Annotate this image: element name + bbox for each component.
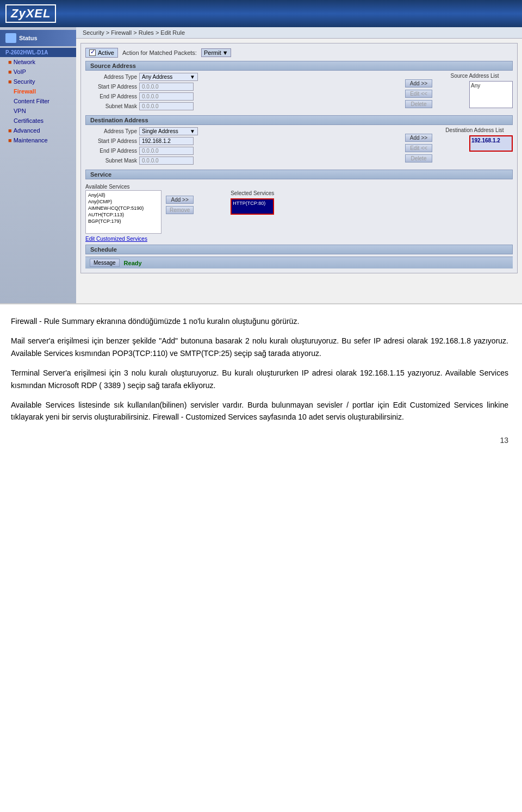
source-list-value: Any [471, 83, 480, 89]
services-word2: Services [228, 413, 257, 421]
rule-panel: Active Action for Matched Packets: Permi… [80, 43, 518, 273]
source-start-ip-row: Start IP Address [85, 83, 401, 91]
sidebar-item-content-filter[interactable]: Content Filter [0, 96, 76, 106]
ready-label: Ready [124, 260, 142, 266]
dest-delete-button[interactable]: Delete [405, 154, 432, 163]
service-header: Service [85, 170, 513, 179]
edit-customized-link[interactable]: Edit Customized Services [85, 236, 147, 242]
dest-subnet-row: Subnet Mask [85, 157, 401, 165]
action-label: Action for Matched Packets: [122, 49, 197, 56]
bullet-icon3: ■ [8, 78, 12, 85]
available-services-label: Available Services [85, 184, 130, 190]
source-list-label: Source Address List [451, 73, 499, 79]
source-end-ip-input[interactable] [139, 92, 194, 101]
bullet-icon4: ■ [8, 127, 12, 134]
paragraph3: Terminal Server'a erişilmesi için 3 nolu… [11, 367, 508, 391]
main-content: Security > Firewall > Rules > Edit Rule … [76, 27, 522, 304]
source-end-ip-label: End IP Address [85, 93, 137, 99]
source-address-list-box: Any [469, 81, 513, 108]
service-item-bgp[interactable]: BGP(TCP:179) [87, 218, 160, 224]
dest-end-ip-input[interactable] [139, 147, 194, 155]
active-checkbox-container[interactable]: Active [85, 48, 118, 58]
selected-services-box: HTTP(TCP:80) [231, 198, 274, 215]
dest-address-list-section: Destination Address List 192.168.1.2 [437, 127, 513, 166]
sidebar-item-maintenance[interactable]: ■Maintenance [0, 135, 76, 145]
text-content: Firewall - Rule Summary ekranına döndüğü… [0, 304, 522, 447]
service-remove-button[interactable]: Remove [166, 206, 194, 214]
message-label: Message [90, 259, 120, 267]
source-address-type-select[interactable]: Any Address ▼ [139, 73, 198, 81]
sidebar: Status P-2602HWL-D1A ■Network ■VoIP ■Sec… [0, 27, 76, 304]
service-add-button[interactable]: Add >> [166, 196, 194, 204]
source-add-button[interactable]: Add >> [405, 79, 432, 88]
customized-word: Customized [410, 401, 450, 409]
zyxel-logo: ZyXEL [5, 4, 56, 23]
dest-subnet-label: Subnet Mask [85, 158, 137, 164]
sidebar-status-item[interactable]: Status [0, 30, 76, 46]
sidebar-item-voip[interactable]: ■VoIP [0, 67, 76, 77]
status-icon [5, 33, 16, 43]
customized-word2: Customized [185, 413, 226, 421]
dest-end-ip-row: End IP Address [85, 147, 401, 155]
selected-service-value: HTTP(TCP:80) [233, 201, 265, 206]
service-row: Any(All) Any(ICMP) AIMNEW-ICQ(TCP:5190) … [85, 190, 513, 234]
bullet-icon2: ■ [8, 68, 12, 75]
source-address-list-section: Source Address List Any [437, 73, 513, 112]
sidebar-device: P-2602HWL-D1A [0, 48, 76, 57]
active-row: Active Action for Matched Packets: Permi… [85, 48, 513, 58]
service-buttons: Add >> Remove [166, 190, 194, 214]
source-address-buttons: Add >> Edit << Delete [405, 73, 432, 112]
dest-address-header: Destination Address [85, 115, 513, 125]
service-item-aimnew[interactable]: AIMNEW-ICQ(TCP:5190) [87, 205, 160, 211]
active-checkbox[interactable] [89, 49, 96, 56]
source-start-ip-input[interactable] [139, 83, 194, 91]
active-label: Active [98, 49, 114, 56]
dest-address-type-row: Address Type Single Address ▼ [85, 127, 401, 135]
source-delete-button[interactable]: Delete [405, 100, 432, 108]
dest-address-type-select[interactable]: Single Address ▼ [139, 127, 198, 135]
router-body: Status P-2602HWL-D1A ■Network ■VoIP ■Sec… [0, 27, 522, 304]
source-address-header: Source Address [85, 61, 513, 71]
dest-address-type-label: Address Type [85, 128, 137, 134]
page-number: 13 [500, 436, 508, 445]
source-address-type-row: Address Type Any Address ▼ [85, 73, 401, 81]
source-edit-button[interactable]: Edit << [405, 90, 432, 98]
services-word: Services [454, 401, 483, 409]
paragraph1: Firewall - Rule Summary ekranına döndüğü… [11, 315, 508, 327]
dest-subnet-input[interactable] [139, 157, 194, 165]
sidebar-item-firewall[interactable]: Firewall [0, 86, 76, 96]
paragraph2: Mail server'a erişilmesi için benzer şek… [11, 335, 508, 359]
breadcrumb: Security > Firewall > Rules > Edit Rule [76, 27, 522, 39]
service-item-auth[interactable]: AUTH(TCP:113) [87, 211, 160, 218]
permit-select[interactable]: Permit ▼ [201, 48, 231, 57]
paragraph4: Available Services listesinde sık kullan… [11, 399, 508, 423]
dest-address-fields: Address Type Single Address ▼ Start IP A… [85, 127, 401, 166]
sidebar-item-advanced[interactable]: ■Advanced [0, 126, 76, 135]
bullet-icon: ■ [8, 59, 12, 65]
sidebar-item-network[interactable]: ■Network [0, 57, 76, 67]
service-section: Available Services Any(All) Any(ICMP) AI… [85, 182, 513, 242]
source-subnet-input[interactable] [139, 102, 194, 110]
source-address-type-label: Address Type [85, 74, 137, 80]
source-address-form: Address Type Any Address ▼ Start IP Addr… [85, 73, 513, 112]
dest-start-ip-input[interactable] [139, 137, 194, 145]
dest-list-label: Destination Address List [445, 127, 504, 133]
dest-edit-button[interactable]: Edit << [405, 144, 432, 152]
sidebar-item-vpn[interactable]: VPN [0, 106, 76, 116]
service-item-any-icmp[interactable]: Any(ICMP) [87, 198, 160, 205]
dest-start-ip-label: Start IP Address [85, 138, 137, 144]
source-start-ip-label: Start IP Address [85, 84, 137, 90]
sidebar-item-security[interactable]: ■Security [0, 77, 76, 86]
service-item-any-all[interactable]: Any(All) [87, 192, 160, 198]
dest-add-button[interactable]: Add >> [405, 134, 432, 142]
bullet-icon5: ■ [8, 137, 12, 143]
selected-services-label: Selected Services [231, 190, 274, 196]
router-screenshot: ZyXEL Status P-2602HWL-D1A ■Network ■VoI… [0, 0, 522, 304]
dest-address-list-box: 192.168.1.2 [469, 135, 513, 152]
available-services-list[interactable]: Any(All) Any(ICMP) AIMNEW-ICQ(TCP:5190) … [85, 190, 161, 234]
permit-arrow: ▼ [222, 49, 228, 56]
zyxel-header: ZyXEL [0, 0, 522, 27]
sidebar-item-certificates[interactable]: Certificates [0, 116, 76, 126]
source-end-ip-row: End IP Address [85, 92, 401, 101]
dest-address-buttons: Add >> Edit << Delete [405, 127, 432, 166]
